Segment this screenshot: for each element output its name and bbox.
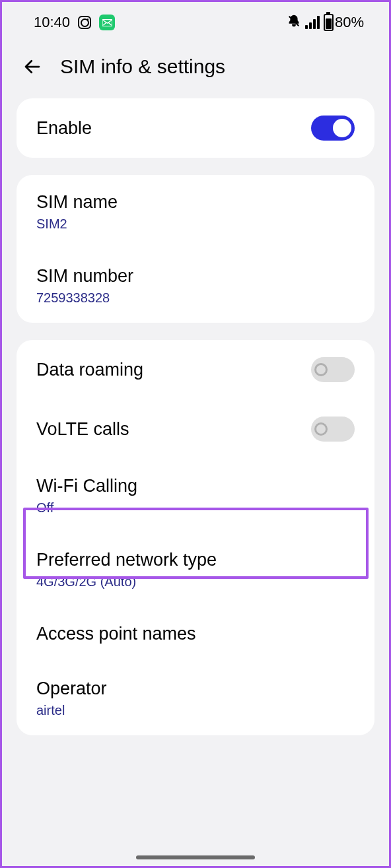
arrow-left-icon — [22, 57, 42, 77]
operator-label: Operator — [36, 679, 107, 699]
message-icon — [99, 15, 115, 30]
sim-number-row[interactable]: SIM number 7259338328 — [17, 249, 374, 323]
data-roaming-toggle[interactable] — [311, 357, 355, 382]
sim-number-value: 7259338328 — [36, 290, 110, 306]
nav-handle[interactable] — [136, 855, 255, 859]
toggle-thumb — [314, 363, 328, 376]
status-right: 80% — [287, 14, 364, 31]
enable-row[interactable]: Enable — [17, 98, 374, 158]
sim-number-label: SIM number — [36, 266, 133, 286]
operator-row[interactable]: Operator airtel — [17, 661, 374, 735]
status-bar: 10:40 80% — [2, 2, 389, 42]
volte-row[interactable]: VoLTE calls — [17, 399, 374, 459]
sim-info-card: SIM name SIM2 SIM number 7259338328 — [17, 175, 374, 323]
battery-percentage: 80% — [335, 14, 364, 31]
toggle-thumb — [314, 422, 328, 436]
apn-row[interactable]: Access point names — [17, 607, 374, 661]
enable-card: Enable — [17, 98, 374, 158]
operator-value: airtel — [36, 703, 65, 718]
data-roaming-row[interactable]: Data roaming — [17, 340, 374, 399]
wifi-calling-row[interactable]: Wi-Fi Calling Off — [17, 459, 374, 533]
status-left: 10:40 — [34, 14, 115, 31]
toggle-thumb — [333, 119, 351, 137]
preferred-network-row[interactable]: Preferred network type 4G/3G/2G (Auto) — [17, 533, 374, 607]
network-card: Data roaming VoLTE calls Wi-Fi Calling O… — [17, 340, 374, 735]
sim-name-label: SIM name — [36, 192, 118, 213]
signal-icon — [305, 16, 320, 29]
battery-icon: 80% — [324, 14, 364, 31]
wifi-calling-value: Off — [36, 500, 53, 516]
mute-icon — [287, 14, 301, 31]
preferred-network-value: 4G/3G/2G (Auto) — [36, 574, 136, 589]
volte-label: VoLTE calls — [36, 419, 129, 440]
apn-label: Access point names — [36, 624, 196, 644]
volte-toggle[interactable] — [311, 417, 355, 442]
instagram-icon — [78, 16, 91, 29]
app-header: SIM info & settings — [2, 42, 389, 98]
wifi-calling-label: Wi-Fi Calling — [36, 476, 137, 496]
enable-toggle[interactable] — [311, 116, 355, 141]
sim-name-row[interactable]: SIM name SIM2 — [17, 175, 374, 249]
clock-time: 10:40 — [34, 14, 70, 31]
sim-name-value: SIM2 — [36, 217, 67, 232]
enable-label: Enable — [36, 118, 92, 139]
data-roaming-label: Data roaming — [36, 360, 143, 380]
preferred-network-label: Preferred network type — [36, 550, 217, 570]
page-title: SIM info & settings — [60, 55, 225, 78]
back-button[interactable] — [20, 55, 44, 79]
